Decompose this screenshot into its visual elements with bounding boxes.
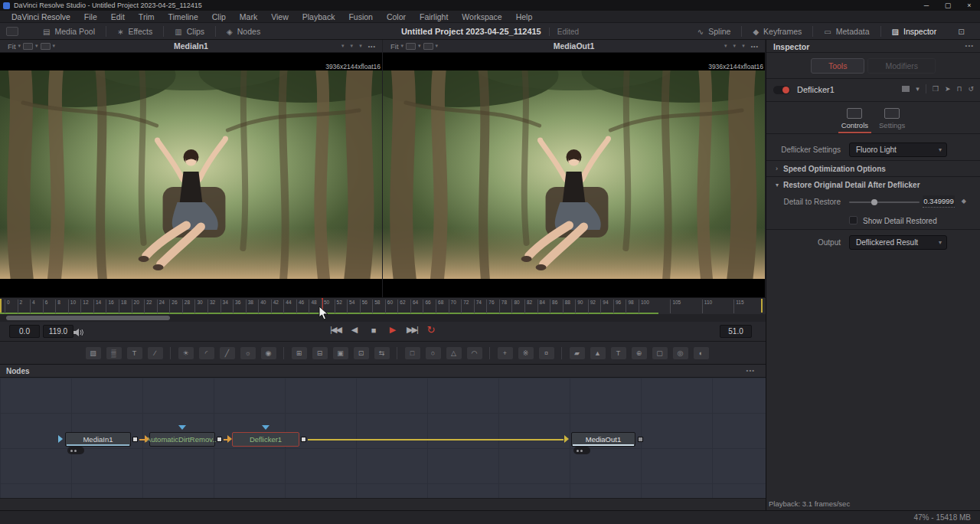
timeline-scroll-thumb[interactable]	[6, 316, 170, 320]
timeline-scrollbar[interactable]	[0, 314, 766, 322]
subtab-settings[interactable]: Settings	[879, 108, 905, 133]
media-pool-button[interactable]: ▤Media Pool	[32, 23, 106, 40]
node-Deflicker1[interactable]: Deflicker1	[232, 432, 299, 447]
node-graph[interactable]: MediaIn1AutomaticDirtRemov...Deflicker1M…	[0, 378, 766, 498]
go-to-start-button[interactable]: |◀◀	[329, 325, 341, 335]
pin-icon[interactable]: ➤	[945, 85, 951, 93]
play-reverse-button[interactable]: ◀	[348, 325, 361, 335]
show-detail-checkbox[interactable]	[849, 216, 858, 224]
close-button[interactable]: ×	[959, 0, 980, 11]
fast-noise-tool-icon[interactable]: ▒	[106, 347, 122, 359]
viewer-options-icon[interactable]: •••	[368, 44, 376, 49]
tab-tools[interactable]: Tools	[811, 58, 865, 74]
lock-icon[interactable]: ⊓	[956, 85, 962, 93]
minimize-button[interactable]: ─	[916, 0, 937, 11]
grid-warp-tool-icon[interactable]: ¤	[539, 347, 554, 359]
menu-fusion[interactable]: Fusion	[341, 12, 380, 21]
menu-color[interactable]: Color	[380, 12, 413, 21]
viewer-options-icon[interactable]: •••	[751, 44, 759, 49]
menu-file[interactable]: File	[77, 12, 104, 21]
camera-3d-tool-icon[interactable]: ◎	[673, 347, 688, 359]
ab-buffer-icon[interactable]	[23, 43, 33, 50]
nodes-options-icon[interactable]: •••	[746, 367, 755, 374]
speed-optimization-section[interactable]: › Speed Optimization Options	[766, 160, 980, 176]
subtab-controls[interactable]: Controls	[841, 108, 868, 133]
output-dropdown[interactable]: Deflickered Result ▾	[849, 235, 947, 250]
play-button[interactable]: ▶	[387, 325, 399, 335]
loader-tool-icon[interactable]: ⊞	[292, 347, 307, 359]
menu-davinci-resolve[interactable]: DaVinci Resolve	[5, 12, 77, 21]
background-tool-icon[interactable]: ▧	[86, 347, 101, 359]
rectangle-mask-tool-icon[interactable]: □	[405, 347, 420, 359]
deflicker-settings-dropdown[interactable]: Fluoro Light ▾	[849, 142, 947, 157]
timeline-ruler[interactable]: 0246810121416182022242628303234363840424…	[0, 297, 766, 314]
node-MediaIn1[interactable]: MediaIn1	[65, 432, 131, 447]
stop-button[interactable]: ■	[368, 326, 380, 335]
metadata-button[interactable]: ▭Metadata	[813, 23, 880, 40]
cube-3d-tool-icon[interactable]: ▢	[652, 347, 668, 359]
merge-3d-tool-icon[interactable]: ⊕	[632, 347, 647, 359]
spline-button[interactable]: ∿Spline	[687, 23, 742, 40]
dirtremoval-output[interactable]	[217, 437, 222, 442]
menu-fairlight[interactable]: Fairlight	[413, 12, 455, 21]
nodes-hscrollbar[interactable]	[0, 498, 766, 510]
menu-workspace[interactable]: Workspace	[455, 12, 508, 21]
bspline-mask-tool-icon[interactable]: ◠	[467, 347, 482, 359]
text-plus-tool-icon[interactable]: T	[127, 347, 142, 359]
reset-icon[interactable]: ↺	[968, 85, 974, 93]
clips-button[interactable]: ▥Clips	[164, 23, 215, 40]
menu-trim[interactable]: Trim	[132, 12, 162, 21]
node-enable-toggle[interactable]	[773, 86, 790, 94]
node-mask-input[interactable]	[178, 425, 186, 430]
detail-value-field[interactable]: 0.349999	[923, 195, 955, 208]
fit-dropdown[interactable]: Fit	[8, 42, 16, 51]
planar-tracker-tool-icon[interactable]: ※	[518, 347, 534, 359]
mediain-input-arrow[interactable]	[58, 435, 63, 443]
menu-timeline[interactable]: Timeline	[161, 12, 204, 21]
menu-clip[interactable]: Clip	[205, 12, 233, 21]
effects-button[interactable]: ∗Effects	[106, 23, 163, 40]
restore-detail-section[interactable]: ▾ Restore Original Detail After Deflicke…	[766, 176, 980, 192]
inspector-options-icon[interactable]: •••	[965, 42, 974, 49]
deflicker-output[interactable]	[301, 437, 306, 442]
node-mask-input[interactable]	[262, 425, 270, 430]
deflicker-input-arrow[interactable]	[227, 435, 232, 443]
inspector-button[interactable]: ▨Inspector	[881, 23, 948, 40]
color-corrector-tool-icon[interactable]: ◉	[261, 347, 276, 359]
versions-icon[interactable]: ❒	[933, 85, 939, 93]
menu-edit[interactable]: Edit	[104, 12, 132, 21]
transform-tool-icon[interactable]: ⇆	[374, 347, 390, 359]
node-color-chevron-icon[interactable]: ▾	[916, 85, 920, 93]
brightness-contrast-tool-icon[interactable]: ☼	[240, 347, 256, 359]
mediaout-input-arrow[interactable]	[564, 435, 569, 443]
node-MediaOut1[interactable]: MediaOut1	[571, 432, 635, 447]
audio-mute-icon[interactable]	[74, 326, 84, 340]
node-AutomaticDirtRemov[interactable]: AutomaticDirtRemov...	[149, 432, 215, 447]
current-frame-field[interactable]: 51.0	[720, 325, 752, 338]
ellipse-mask-tool-icon[interactable]: ○	[426, 347, 441, 359]
loop-button[interactable]: ↻	[425, 324, 437, 336]
hue-curves-tool-icon[interactable]: ╱	[220, 347, 235, 359]
color-curves-tool-icon[interactable]: ◜	[199, 347, 214, 359]
ab-buffer-icon[interactable]	[406, 43, 416, 50]
maximize-button[interactable]: ▢	[937, 0, 959, 11]
range-end-field[interactable]: 119.0	[43, 325, 74, 338]
viewer-canvas[interactable]: 3936x2144xfloat16	[383, 53, 765, 297]
tab-modifiers[interactable]: Modifiers	[867, 58, 936, 74]
keyframe-icon[interactable]: ◆	[962, 198, 966, 205]
go-to-end-button[interactable]: ▶▶|	[406, 325, 418, 335]
mediain-output[interactable]	[132, 437, 138, 442]
menu-mark[interactable]: Mark	[233, 12, 264, 21]
interface-toggle-button[interactable]	[6, 27, 18, 36]
keyframes-button[interactable]: ◆Keyframes	[742, 23, 812, 40]
resize-tool-icon[interactable]: ⊡	[354, 347, 369, 359]
menu-playback[interactable]: Playback	[296, 12, 342, 21]
node-color-icon[interactable]	[902, 86, 910, 92]
shape-3d-tool-icon[interactable]: ▲	[590, 347, 606, 359]
range-start-field[interactable]: 0.0	[9, 325, 40, 338]
text-3d-tool-icon[interactable]: T	[611, 347, 626, 359]
mediaout-output[interactable]	[638, 437, 643, 442]
dirtremoval-input-arrow[interactable]	[145, 435, 149, 443]
detail-slider[interactable]	[849, 201, 920, 203]
fit-dropdown[interactable]: Fit	[390, 42, 399, 51]
